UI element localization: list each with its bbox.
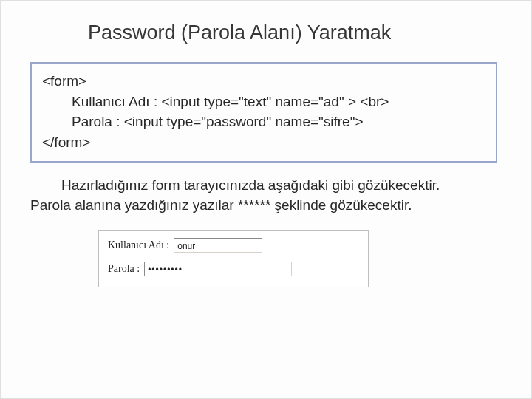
form-row-username: Kullanıcı Adı : onur [108,238,359,253]
code-line-password: Parola : <input type="password" name="si… [42,112,485,132]
description-line-1: Hazırladığınız form tarayıcınızda aşağıd… [30,177,440,193]
username-label: Kullanıcı Adı : [108,239,169,251]
form-row-password: Parola : ••••••••• [108,262,359,276]
description-paragraph: Hazırladığınız form tarayıcınızda aşağıd… [30,176,496,215]
slide: Password (Parola Alanı) Yaratmak <form> … [0,0,532,399]
password-field[interactable]: ••••••••• [144,262,292,276]
code-example-box: <form> Kullanıcı Adı : <input type="text… [30,62,497,163]
code-form-close: </form> [42,134,90,150]
code-form-open: <form> [42,73,86,89]
password-label: Parola : [108,263,140,275]
rendered-form-figure: Kullanıcı Adı : onur Parola : ••••••••• [98,230,369,287]
page-title: Password (Parola Alanı) Yaratmak [88,21,502,44]
code-line-username: Kullanıcı Adı : <input type="text" name=… [42,92,485,112]
description-line-2: Parola alanına yazdığınız yazılar ******… [30,197,412,213]
username-field[interactable]: onur [174,238,262,253]
